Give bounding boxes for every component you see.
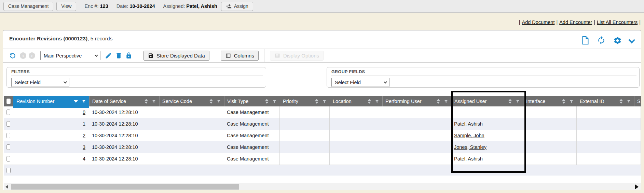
display-options-button: Display Options (270, 51, 324, 61)
row-checkbox[interactable] (6, 156, 10, 162)
nav-forward-icon: › (29, 52, 35, 59)
perspective-select[interactable]: Main Perspective (40, 51, 100, 60)
scrollbar-thumb[interactable] (11, 184, 239, 190)
filter-icon[interactable] (626, 99, 631, 104)
list-all-encounters-link[interactable]: List All Encounters (597, 20, 638, 25)
assign-button[interactable]: Assign (221, 2, 253, 11)
add-encounter-link[interactable]: Add Encounter (559, 20, 592, 25)
column-label: Performing User (385, 99, 422, 104)
cell-s (634, 106, 641, 118)
cell-visit-type: Case Management (224, 118, 280, 130)
column-header-visit-type[interactable]: Visit Type (224, 96, 280, 106)
assigned-user-link[interactable]: Sample, John (454, 133, 484, 138)
column-header-location[interactable]: Location (330, 96, 382, 106)
column-header-performing-user[interactable]: Performing User (382, 96, 451, 106)
filter-icon[interactable] (569, 99, 574, 104)
row-checkbox-cell (4, 165, 13, 176)
filter-icon[interactable] (374, 99, 380, 104)
filter-icon[interactable] (515, 99, 520, 104)
cell-assigned-user: Jones, Stanley (451, 141, 523, 153)
case-management-button[interactable]: Case Management (3, 2, 53, 11)
toolbar-divider (215, 49, 215, 62)
row-checkbox-cell (4, 153, 13, 165)
column-label: S (637, 99, 641, 104)
select-chevron-icon (384, 80, 387, 83)
column-header-priority[interactable]: Priority (280, 96, 330, 106)
row-checkbox[interactable] (6, 144, 10, 150)
assigned-user-link[interactable]: Patel, Ashish (454, 121, 483, 127)
refresh-icon[interactable] (597, 36, 606, 45)
select-all-checkbox[interactable] (6, 99, 11, 104)
header-select-all-cell (4, 96, 13, 106)
cell-priority (280, 118, 330, 130)
save-icon (148, 53, 154, 59)
cell-interface (523, 153, 577, 165)
cell-performing-user (382, 106, 451, 118)
view-button[interactable]: View (56, 2, 76, 11)
revision-link[interactable]: 0 (83, 110, 85, 115)
revision-link[interactable]: 1 (83, 121, 85, 127)
gear-icon[interactable] (613, 36, 622, 45)
revision-link[interactable]: 3 (83, 144, 85, 150)
cell-assigned-user: Patel, Ashish (451, 153, 523, 165)
sort-icon (209, 99, 213, 104)
filters-field-select[interactable]: Select Field (11, 78, 69, 87)
sort-desc-icon (74, 100, 78, 103)
cell-revision-number: 2 (13, 130, 89, 141)
cell-interface (523, 130, 577, 141)
row-checkbox[interactable] (6, 168, 11, 173)
revision-link[interactable]: 4 (83, 156, 85, 162)
column-header-s[interactable]: S (634, 96, 641, 106)
assigned-user-link[interactable]: Jones, Stanley (454, 144, 487, 150)
filter-icon[interactable] (443, 99, 449, 104)
filter-icon[interactable] (81, 99, 86, 104)
lock-icon[interactable] (125, 52, 132, 59)
cell-priority (280, 130, 330, 141)
filter-icon[interactable] (216, 99, 221, 104)
column-header-external-id[interactable]: External ID (577, 96, 634, 106)
horizontal-scrollbar[interactable] (4, 183, 641, 190)
row-checkbox[interactable] (6, 121, 10, 127)
store-displayed-data-button[interactable]: Store Displayed Data (143, 51, 209, 61)
person-add-icon (226, 3, 232, 9)
filter-icon[interactable] (272, 99, 277, 104)
column-header-service-code[interactable]: Service Code (159, 96, 224, 106)
sort-icon (368, 99, 371, 104)
cell-service-code (159, 106, 224, 118)
scroll-left-arrow-icon[interactable] (5, 185, 8, 189)
table-row: 410-30-2024 12:28:10Case ManagementPatel… (4, 153, 641, 165)
row-checkbox[interactable] (6, 110, 10, 115)
chevron-down-icon[interactable] (629, 40, 634, 42)
cell-service-code (159, 153, 224, 165)
scroll-right-arrow-icon[interactable] (635, 184, 639, 189)
cell-revision-number: 4 (13, 153, 89, 165)
cell-interface (523, 106, 577, 118)
row-checkbox[interactable] (6, 133, 10, 138)
column-header-date-of-service[interactable]: Date of Service (89, 96, 159, 106)
add-document-link[interactable]: Add Document (522, 20, 555, 25)
assigned-user-link[interactable]: Patel, Ashish (454, 156, 483, 162)
filter-icon[interactable] (322, 99, 327, 104)
grid-body: 010-30-2024 12:28:10Case Management110-3… (4, 106, 641, 176)
filter-icon[interactable] (151, 99, 156, 104)
document-icon[interactable] (581, 36, 589, 45)
undo-icon[interactable] (9, 52, 16, 60)
row-checkbox-cell (4, 130, 13, 141)
row-checkbox-cell (4, 118, 13, 130)
cell-interface (523, 141, 577, 153)
column-header-revision-number[interactable]: Revision Number (13, 96, 89, 106)
select-chevron-icon (64, 80, 67, 83)
cell-revision-number: 3 (13, 141, 89, 153)
sort-icon (562, 99, 565, 104)
pencil-icon[interactable] (105, 52, 112, 59)
group-field-select[interactable]: Select Field (331, 78, 389, 87)
column-header-assigned-user[interactable]: Assigned User (451, 96, 523, 106)
encounter-number: Enc #:123 (84, 3, 108, 9)
sort-icon (508, 99, 512, 104)
revision-link[interactable]: 2 (83, 133, 85, 138)
cell-visit-type: Case Management (224, 130, 280, 141)
trash-icon[interactable] (115, 52, 122, 59)
column-header-interface[interactable]: Interface (523, 96, 577, 106)
columns-button[interactable]: Columns (221, 51, 259, 61)
column-label: Visit Type (227, 99, 248, 104)
